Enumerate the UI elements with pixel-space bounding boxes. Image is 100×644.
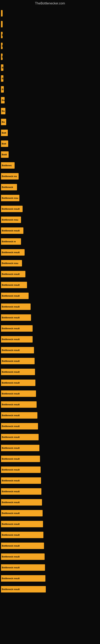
bar: Bottleneck re bbox=[1, 238, 21, 245]
bar-row: Bottleneck result bbox=[1, 345, 100, 356]
bar-row: Bottleneck result bbox=[1, 204, 100, 214]
bar-label: Bo bbox=[2, 99, 4, 102]
bar-row: E bbox=[1, 52, 100, 62]
bar-label: Bottleneck result bbox=[2, 273, 20, 275]
bar-row: Bottleneck result bbox=[1, 562, 100, 573]
bar-label: Bottleneck result bbox=[2, 566, 20, 569]
bar: Bottleneck result bbox=[1, 456, 40, 462]
bar-row bbox=[1, 8, 100, 18]
bar-label: Bottleneck result bbox=[2, 436, 20, 438]
bar-row: Bottleneck result bbox=[1, 323, 100, 334]
bar: Bo bbox=[1, 97, 4, 104]
bar-row: Bottl bbox=[1, 149, 100, 160]
bar-label: Bo bbox=[2, 110, 5, 112]
bar: Bottleneck result bbox=[1, 564, 45, 571]
bar-row: Bottleneck resu bbox=[1, 193, 100, 203]
bar-row: Bo bbox=[1, 95, 100, 106]
bar: Bottleneck result bbox=[1, 380, 35, 386]
bar-row: E bbox=[1, 30, 100, 40]
bar: Bottleneck result bbox=[1, 228, 23, 234]
bar-row: Bottleneck result bbox=[1, 247, 100, 258]
bar-label: Bottleneck result bbox=[2, 556, 20, 558]
bar-row: Bottleneck result bbox=[1, 290, 100, 301]
bar bbox=[1, 21, 2, 27]
bar: Bottleneck result bbox=[1, 542, 44, 549]
bar-label: Bottleneck result bbox=[2, 523, 20, 525]
bar-row: B bbox=[1, 84, 100, 94]
bar: Bottleneck result bbox=[1, 401, 37, 408]
bar-row: Bottleneck result bbox=[1, 519, 100, 529]
bar: Bott bbox=[1, 130, 8, 136]
bar-label: Bottleneck result bbox=[2, 382, 20, 384]
bar-label: Bottleneck result bbox=[2, 316, 20, 319]
bar: Bottleneck result bbox=[1, 358, 35, 364]
bar: Bottleneck result bbox=[1, 282, 27, 288]
bar-row: Bottleneck result bbox=[1, 486, 100, 497]
bar: Bottleneck result bbox=[1, 369, 35, 375]
bar-row: Bottleneck result bbox=[1, 388, 100, 399]
bar: Bottleneck result bbox=[1, 304, 31, 310]
bar-row: Bottleneck result bbox=[1, 508, 100, 518]
bar-label: Bottleneck result bbox=[2, 403, 20, 406]
bar: Bottleneck result bbox=[1, 206, 23, 212]
bar-label: Bott bbox=[2, 142, 6, 145]
bar-label: Bo bbox=[2, 121, 5, 123]
bar: Bottleneck result bbox=[1, 586, 46, 592]
bar-label: Bottleneck result bbox=[2, 349, 20, 352]
bar: Bottleneck result bbox=[1, 347, 34, 354]
bar bbox=[1, 10, 2, 16]
bar: Bottleneck resu bbox=[1, 216, 21, 223]
bar: Bottleneck result bbox=[1, 532, 43, 538]
bar-label: Bottleneck result bbox=[2, 544, 20, 547]
bar-label: Bottleneck result bbox=[2, 295, 20, 297]
bar-label: Bottleneck result bbox=[2, 588, 20, 590]
bar-row: Bott bbox=[1, 128, 100, 138]
bar-row: Bottleneck result bbox=[1, 573, 100, 584]
bar-row bbox=[1, 19, 100, 30]
bar: Bottleneck result bbox=[1, 390, 36, 397]
bar-label: Bottleneck result bbox=[2, 447, 20, 449]
bar-label: E bbox=[2, 45, 2, 47]
bar-label: Bottleneck result bbox=[2, 230, 20, 232]
bar-label: Bottleneck result bbox=[2, 251, 20, 254]
bar: Bottleneck result bbox=[1, 521, 43, 527]
bar: Bottleneck result bbox=[1, 325, 33, 332]
bar: Bottl bbox=[1, 151, 9, 158]
bar: B bbox=[1, 64, 3, 71]
bar-label: Bottlenec bbox=[2, 164, 12, 167]
bar-row: Bottleneck result bbox=[1, 530, 100, 540]
bar-label: Bottleneck result bbox=[2, 284, 20, 286]
bar-row: Bottleneck result bbox=[1, 312, 100, 323]
site-title-text: TheBottlenecker.com bbox=[0, 0, 100, 6]
bar: Bottleneck result bbox=[1, 336, 33, 342]
bar: Bottleneck result bbox=[1, 466, 41, 473]
bar-label: E bbox=[2, 56, 2, 58]
bar-label: Bottleneck result bbox=[2, 360, 20, 362]
bar-label: Bottleneck resu bbox=[2, 262, 18, 264]
bar: Bottleneck res bbox=[1, 173, 19, 180]
bar-label: Bott bbox=[2, 132, 6, 134]
bar-row: Bottleneck res bbox=[1, 171, 100, 182]
bar-label: Bottleneck res bbox=[2, 175, 17, 178]
bar-row: Bottleneck result bbox=[1, 552, 100, 562]
bar-label: Bottleneck bbox=[2, 186, 13, 188]
bar-label: Bottleneck result bbox=[2, 534, 20, 536]
bar-label: B bbox=[2, 88, 3, 90]
bar-row: Bottleneck result bbox=[1, 378, 100, 388]
bar-row: Bottleneck result bbox=[1, 410, 100, 420]
bar: B bbox=[1, 75, 3, 82]
bar-label: Bottleneck resu bbox=[2, 197, 18, 199]
bar-row: Bottleneck result bbox=[1, 454, 100, 464]
bar-row: Bott bbox=[1, 138, 100, 149]
bar: Bo bbox=[1, 108, 5, 114]
bar: Bottleneck result bbox=[1, 271, 25, 277]
bar-row: Bottleneck re bbox=[1, 236, 100, 247]
bar: Bottleneck result bbox=[1, 434, 39, 440]
bar: E bbox=[1, 54, 2, 60]
bar-row: Bottleneck result bbox=[1, 269, 100, 279]
bar-label: Bottleneck result bbox=[2, 414, 20, 416]
bar-label: Bottleneck result bbox=[2, 208, 20, 210]
bar-row: Bottleneck result bbox=[1, 443, 100, 453]
bar-label: Bottleneck result bbox=[2, 468, 20, 471]
bar-row: Bottleneck bbox=[1, 182, 100, 192]
